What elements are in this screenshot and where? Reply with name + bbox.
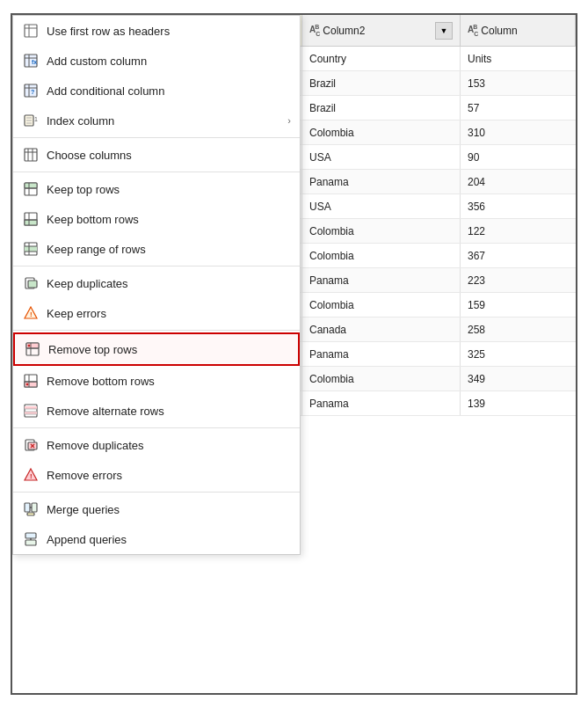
keep-top-rows-label: Keep top rows xyxy=(47,183,291,196)
menu-item-keep-top-rows[interactable]: Keep top rows xyxy=(13,174,300,204)
menu-item-keep-bottom-rows[interactable]: Keep bottom rows xyxy=(13,204,300,234)
cell-col2: Panama xyxy=(302,342,461,366)
col2-name: Column2 xyxy=(323,25,435,37)
menu-separator xyxy=(13,427,300,428)
main-container: ABC Column1 ... ▼ ABC Column2 ▼ ABC Colu… xyxy=(11,13,577,695)
remove-duplicates-icon xyxy=(22,436,40,454)
svg-text:1: 1 xyxy=(34,116,38,122)
column3-header: ABC Column xyxy=(461,15,576,46)
cell-col2: Colombia xyxy=(302,244,461,267)
use-first-row-icon xyxy=(22,22,40,40)
keep-bottom-rows-icon xyxy=(22,210,40,228)
cell-col3: 310 xyxy=(461,120,576,144)
menu-item-merge-queries[interactable]: Merge queries xyxy=(13,494,300,524)
menu-item-append-queries[interactable]: Append queries xyxy=(13,524,300,554)
cell-col2: Country xyxy=(302,47,461,70)
append-queries-label: Append queries xyxy=(47,533,291,546)
remove-bottom-rows-icon xyxy=(22,372,40,390)
keep-bottom-rows-label: Keep bottom rows xyxy=(47,213,291,226)
keep-duplicates-label: Keep duplicates xyxy=(47,277,291,290)
menu-item-remove-alternate-rows[interactable]: Remove alternate rows xyxy=(13,396,300,426)
svg-text:fx: fx xyxy=(32,59,37,65)
cell-col3: 325 xyxy=(461,342,576,366)
menu-item-index-column[interactable]: 1 Index column› xyxy=(13,106,300,135)
svg-text:?: ? xyxy=(31,89,34,95)
add-custom-col-label: Add custom column xyxy=(47,55,291,68)
cell-col3: 367 xyxy=(461,244,576,267)
svg-rect-0 xyxy=(25,25,37,37)
svg-rect-34 xyxy=(28,281,37,288)
remove-alternate-rows-icon xyxy=(22,402,40,420)
remove-bottom-rows-label: Remove bottom rows xyxy=(47,375,291,388)
cell-col3: 349 xyxy=(461,367,576,390)
column2-header: ABC Column2 ▼ xyxy=(302,15,461,46)
col2-dropdown-btn[interactable]: ▼ xyxy=(435,22,453,40)
add-custom-col-icon: fx xyxy=(22,52,40,69)
keep-top-rows-icon xyxy=(22,180,40,198)
cell-col3: 258 xyxy=(461,318,576,341)
menu-item-keep-duplicates[interactable]: Keep duplicates xyxy=(13,268,300,298)
menu-item-add-conditional-col[interactable]: ? Add conditional column xyxy=(13,76,300,106)
menu-item-keep-errors[interactable]: ! Keep errors xyxy=(13,298,300,328)
cell-col2: Brazil xyxy=(302,96,461,120)
add-conditional-col-icon: ? xyxy=(22,82,40,99)
cell-col2: Panama xyxy=(302,268,461,292)
cell-col3: 90 xyxy=(461,145,576,169)
cell-col3: 204 xyxy=(461,170,576,193)
menu-item-remove-bottom-rows[interactable]: Remove bottom rows xyxy=(13,366,300,396)
keep-range-rows-icon xyxy=(22,240,40,258)
remove-errors-label: Remove errors xyxy=(47,469,291,482)
cell-col2: Panama xyxy=(302,391,461,415)
add-conditional-col-label: Add conditional column xyxy=(47,84,291,98)
remove-top-rows-label: Remove top rows xyxy=(48,343,289,356)
menu-item-add-custom-col[interactable]: fx Add custom column xyxy=(13,46,300,76)
cell-col3: 223 xyxy=(461,268,576,292)
svg-text:!: ! xyxy=(30,310,33,318)
choose-columns-label: Choose columns xyxy=(47,149,291,162)
cell-col2: USA xyxy=(302,194,461,218)
svg-rect-16 xyxy=(25,149,37,161)
merge-queries-label: Merge queries xyxy=(47,503,291,516)
col2-type-icon: ABC xyxy=(309,24,319,36)
cell-col3: 57 xyxy=(461,96,576,120)
svg-rect-50 xyxy=(25,406,37,409)
menu-item-remove-errors[interactable]: ! Remove errors xyxy=(13,460,300,490)
svg-rect-51 xyxy=(25,412,37,414)
svg-rect-29 xyxy=(25,246,37,252)
remove-top-rows-icon xyxy=(24,340,41,358)
menu-separator xyxy=(13,172,300,172)
col3-type-icon: ABC xyxy=(468,24,477,36)
index-column-icon: 1 xyxy=(22,112,40,129)
index-column-arrow: › xyxy=(287,115,291,126)
keep-duplicates-icon xyxy=(22,274,40,292)
menu-item-use-first-row[interactable]: Use first row as headers xyxy=(13,16,300,46)
cell-col3: 153 xyxy=(461,71,576,95)
menu-separator xyxy=(13,492,300,493)
cell-col2: Colombia xyxy=(302,293,461,317)
append-queries-icon xyxy=(22,530,40,548)
merge-queries-icon xyxy=(22,500,40,518)
cell-col3: 159 xyxy=(461,293,576,317)
menu-item-keep-range-rows[interactable]: Keep range of rows xyxy=(13,234,300,264)
menu-item-remove-top-rows[interactable]: Remove top rows xyxy=(13,332,300,366)
svg-rect-64 xyxy=(25,533,36,538)
menu-separator xyxy=(13,266,300,266)
use-first-row-label: Use first row as headers xyxy=(47,25,291,38)
keep-range-rows-label: Keep range of rows xyxy=(47,243,291,256)
remove-errors-icon: ! xyxy=(22,466,40,484)
svg-rect-65 xyxy=(25,540,36,545)
cell-col2: Colombia xyxy=(302,219,461,243)
cell-col2: USA xyxy=(302,145,461,169)
keep-errors-label: Keep errors xyxy=(47,307,291,320)
cell-col3: 356 xyxy=(461,194,576,218)
svg-rect-25 xyxy=(25,220,37,225)
cell-col3: 139 xyxy=(461,391,576,415)
col3-name: Column xyxy=(481,25,568,37)
cell-col2: Canada xyxy=(302,318,461,341)
cell-col2: Colombia xyxy=(302,120,461,144)
svg-rect-62 xyxy=(32,503,37,512)
menu-item-remove-duplicates[interactable]: Remove duplicates xyxy=(13,430,300,460)
menu-item-choose-columns[interactable]: Choose columns xyxy=(13,140,300,170)
menu-separator xyxy=(13,330,300,331)
choose-columns-icon xyxy=(22,146,40,164)
